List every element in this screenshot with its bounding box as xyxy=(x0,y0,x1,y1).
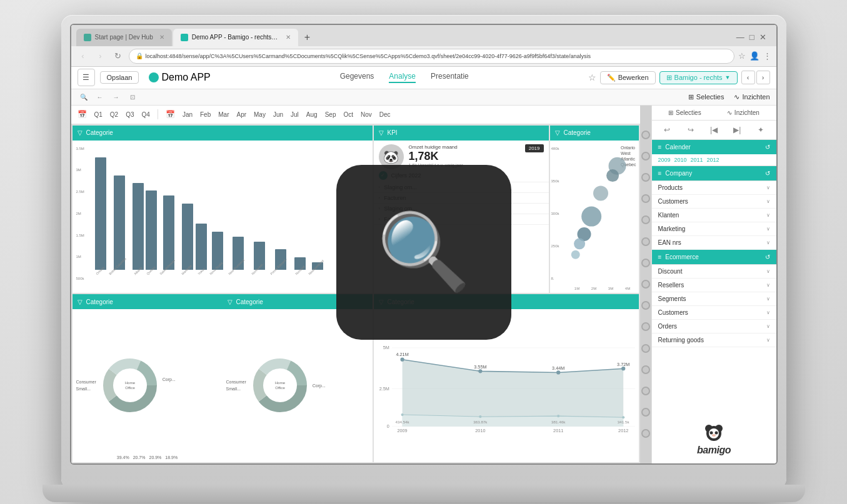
month-aug[interactable]: Aug xyxy=(306,111,318,118)
period-q4[interactable]: Q4 xyxy=(142,111,150,118)
refresh-sidebar-btn[interactable]: ✦ xyxy=(754,123,768,137)
donut-1-pct-20-7: 20.7% xyxy=(133,455,146,460)
back-button[interactable]: ‹ xyxy=(76,49,90,63)
inzichten-sidebar-btn[interactable]: ∿ Inzichten xyxy=(727,109,759,116)
dot-2011-bottom xyxy=(557,415,559,417)
undo-tool[interactable]: ← xyxy=(94,91,106,103)
year-2010[interactable]: 2010 xyxy=(674,157,687,163)
sidebar-ecommerce: ≡ Ecommerce ↺ xyxy=(652,250,776,265)
year-2011[interactable]: 2011 xyxy=(691,157,703,163)
selecties-tab[interactable]: ⊞ Selecties xyxy=(688,93,724,101)
logo-dot xyxy=(149,72,159,82)
bar-5[interactable] xyxy=(182,204,193,270)
ecommerce-header[interactable]: ≡ Ecommerce ↺ xyxy=(652,250,776,264)
redo-tool[interactable]: → xyxy=(110,91,123,103)
menu-dots-icon[interactable]: ⋮ xyxy=(763,51,771,61)
selecties-sidebar-btn[interactable]: ⊞ Selecties xyxy=(668,109,701,116)
selecties-sidebar-label: Selecties xyxy=(676,109,701,116)
sidebar-returning-goods[interactable]: Returning goods ∨ xyxy=(652,334,776,347)
next-sheet-button[interactable]: › xyxy=(756,71,770,84)
nav-presentatie[interactable]: Presentatie xyxy=(431,72,469,83)
month-feb[interactable]: Feb xyxy=(200,111,211,118)
refresh-button[interactable]: ↻ xyxy=(111,49,125,63)
edit-button[interactable]: ✏️ Bewerken xyxy=(600,71,656,84)
bar-0[interactable] xyxy=(95,157,106,270)
redo-btn[interactable]: ↪ xyxy=(684,123,698,137)
menu-button[interactable]: ☰ xyxy=(78,69,95,86)
month-jan[interactable]: Jan xyxy=(183,111,193,118)
sidebar-marketing[interactable]: Marketing ∨ xyxy=(652,222,776,236)
minimize-button[interactable]: — xyxy=(736,32,744,42)
x-label-2009: 2009 xyxy=(397,428,407,433)
period-q3[interactable]: Q3 xyxy=(126,111,134,118)
sidebar-customers-2[interactable]: Customers ∨ xyxy=(652,306,776,320)
tab-1[interactable]: Start page | Dev Hub ✕ xyxy=(76,29,172,46)
maximize-button[interactable]: □ xyxy=(749,32,754,42)
star-icon[interactable]: ☆ xyxy=(738,51,746,61)
year-2009[interactable]: 2009 xyxy=(658,157,671,163)
tab-1-close[interactable]: ✕ xyxy=(159,34,164,41)
sidebar-klanten[interactable]: Klanten ∨ xyxy=(652,209,776,222)
calendar-icon-right[interactable]: 📅 xyxy=(166,110,175,119)
month-mar[interactable]: Mar xyxy=(218,111,229,118)
month-may[interactable]: May xyxy=(254,111,266,118)
tab-2-close[interactable]: ✕ xyxy=(286,34,291,41)
calender-header[interactable]: ≡ Calender ↺ xyxy=(652,140,776,154)
laptop-base xyxy=(43,485,805,502)
month-apr[interactable]: Apr xyxy=(236,111,246,118)
bar-1[interactable] xyxy=(114,175,125,270)
bookmark-icon[interactable]: ☆ xyxy=(588,72,596,82)
sidebar-orders[interactable]: Orders ∨ xyxy=(652,320,776,334)
period-q1[interactable]: Q1 xyxy=(94,111,103,118)
inzichten-tab[interactable]: ∿ Inzichten xyxy=(734,93,769,101)
magnifier-tool[interactable]: 🔍 xyxy=(78,91,90,103)
tab-2[interactable]: Demo APP - Bamigo - rechts | W... ✕ xyxy=(173,29,298,46)
sidebar-ean[interactable]: EAN nrs ∨ xyxy=(652,236,776,250)
save-button[interactable]: Opslaan xyxy=(100,71,139,84)
month-oct[interactable]: Oct xyxy=(343,111,353,118)
bar-item-7: Nova Scotia xyxy=(209,232,226,277)
sheet-selector[interactable]: ⊞ Bamigo - rechts ▼ xyxy=(659,71,738,84)
calendar-icon-left[interactable]: 📅 xyxy=(78,110,87,119)
calender-icon: ≡ xyxy=(658,144,662,151)
spiral-ring-6 xyxy=(641,237,650,246)
month-dec[interactable]: Dec xyxy=(379,111,391,118)
url-text: localhost:4848/sense/app/C%3A%5CUsers%5C… xyxy=(146,53,591,59)
url-bar[interactable]: 🔒 localhost:4848/sense/app/C%3A%5CUsers%… xyxy=(129,49,734,64)
company-reset[interactable]: ↺ xyxy=(765,170,770,177)
ecommerce-reset[interactable]: ↺ xyxy=(765,254,770,260)
forward-button[interactable]: › xyxy=(94,49,108,63)
sidebar-products[interactable]: Products ∨ xyxy=(652,181,776,195)
period-q2[interactable]: Q2 xyxy=(110,111,118,118)
profile-icon[interactable]: 👤 xyxy=(749,51,759,61)
view-tool[interactable]: ⊡ xyxy=(126,91,139,103)
company-header[interactable]: ≡ Company ↺ xyxy=(652,166,776,180)
year-2012[interactable]: 2012 xyxy=(707,157,719,163)
bar-6[interactable] xyxy=(196,224,207,270)
bar-2[interactable] xyxy=(133,183,144,270)
month-jun[interactable]: Jun xyxy=(273,111,283,118)
bar-3[interactable] xyxy=(146,190,157,270)
last-btn[interactable]: ▶| xyxy=(730,123,744,137)
sidebar-customers-1[interactable]: Customers ∨ xyxy=(652,195,776,209)
first-btn[interactable]: |◀ xyxy=(707,123,721,137)
edit-label: Bewerken xyxy=(618,74,649,81)
month-jul[interactable]: Jul xyxy=(291,111,299,118)
prev-sheet-button[interactable]: ‹ xyxy=(741,71,755,84)
undo-btn[interactable]: ↩ xyxy=(660,123,674,137)
sidebar-discount[interactable]: Discount ∨ xyxy=(652,265,776,279)
nav-analyse[interactable]: Analyse xyxy=(389,72,416,83)
close-button[interactable]: ✕ xyxy=(759,32,766,42)
month-sep[interactable]: Sep xyxy=(325,111,336,118)
bamigo-logo-area: bamigo xyxy=(652,415,776,463)
month-nov[interactable]: Nov xyxy=(361,111,372,118)
new-tab-button[interactable]: + xyxy=(299,29,315,46)
laptop-shell: Start page | Dev Hub ✕ Demo APP - Bamigo… xyxy=(61,15,786,490)
bubble-chart-panel: ▽ Categorie 480k 350k 300k 250k 8. xyxy=(550,126,639,294)
segments-chevron: ∨ xyxy=(766,296,770,302)
calender-reset[interactable]: ↺ xyxy=(765,144,770,151)
filter-bar: 📅 Q1 Q2 Q3 Q4 📅 Jan Feb Mar Apr May Jun … xyxy=(71,106,640,124)
sidebar-resellers[interactable]: Resellers ∨ xyxy=(652,279,776,292)
nav-gegevens[interactable]: Gegevens xyxy=(340,72,374,83)
sidebar-segments[interactable]: Segments ∨ xyxy=(652,292,776,306)
